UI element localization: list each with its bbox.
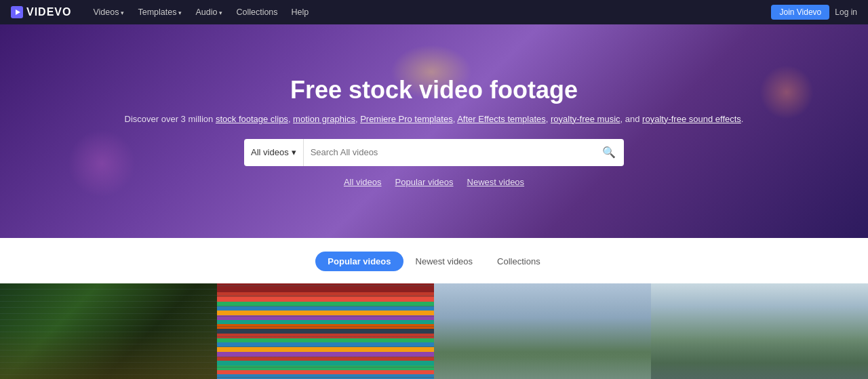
hero-link-stock-footage[interactable]: stock footage clips (216, 114, 288, 124)
video-thumb-3[interactable] (434, 283, 651, 379)
search-icon: 🔍 (602, 146, 616, 159)
thumb-decoration (0, 329, 217, 379)
navbar-actions: Join Videvo Log in (771, 5, 857, 20)
search-button[interactable]: 🔍 (594, 139, 624, 166)
search-category-dropdown[interactable]: All videos ▾ (244, 139, 304, 166)
hero-filter-popular[interactable]: Popular videos (395, 177, 454, 187)
thumb-decoration (434, 357, 651, 379)
hero-filter-newest[interactable]: Newest videos (467, 177, 525, 187)
video-thumb-4[interactable] (651, 283, 868, 379)
thumb-decoration (217, 283, 434, 379)
nav-item-collections[interactable]: Collections (231, 5, 283, 20)
hero-link-sound-effects[interactable]: royalty-free sound effects (642, 114, 741, 124)
hero-link-premiere[interactable]: Premiere Pro templates (360, 114, 453, 124)
chevron-down-icon: ▾ (121, 9, 124, 16)
join-button[interactable]: Join Videvo (771, 5, 829, 20)
chevron-down-icon: ▾ (292, 147, 296, 157)
tab-collections[interactable]: Collections (485, 252, 553, 271)
nav-item-audio[interactable]: Audio ▾ (190, 5, 228, 20)
logo-icon (11, 6, 23, 18)
nav-item-templates[interactable]: Templates ▾ (132, 5, 187, 20)
hero-link-music[interactable]: royalty-free music (551, 114, 620, 124)
hero-decoration-3 (68, 129, 136, 197)
hero-decoration-2 (760, 65, 814, 119)
search-input[interactable] (304, 147, 594, 157)
search-category-label: All videos (251, 147, 289, 157)
brand-logo[interactable]: VIDEVO (11, 6, 71, 18)
video-thumb-2[interactable] (217, 283, 434, 379)
content-section: Popular videos Newest videos Collections (0, 238, 868, 379)
thumb-decoration (651, 335, 868, 379)
content-tab-bar: Popular videos Newest videos Collections (0, 252, 868, 271)
hero-link-after-effects[interactable]: After Effects templates (457, 114, 546, 124)
hero-subtitle-and: and (625, 114, 642, 124)
hero-filter-links: All videos Popular videos Newest videos (344, 177, 524, 187)
hero-subtitle: Discover over 3 million stock footage cl… (125, 114, 744, 124)
video-thumb-1[interactable] (0, 283, 217, 379)
hero-link-motion-graphics[interactable]: motion graphics (293, 114, 355, 124)
tab-newest-videos[interactable]: Newest videos (403, 252, 486, 271)
login-button[interactable]: Log in (835, 7, 857, 17)
search-bar: All videos ▾ 🔍 (244, 139, 624, 166)
chevron-down-icon: ▾ (178, 9, 182, 16)
hero-section: Free stock video footage Discover over 3… (0, 24, 868, 238)
hero-filter-all[interactable]: All videos (344, 177, 382, 187)
nav-item-videos[interactable]: Videos ▾ (87, 5, 130, 20)
video-grid (0, 283, 868, 379)
nav-links: Videos ▾ Templates ▾ Audio ▾ Collections… (87, 5, 771, 20)
brand-name: VIDEVO (26, 6, 71, 18)
hero-subtitle-main: Discover over 3 million (125, 114, 214, 124)
navbar: VIDEVO Videos ▾ Templates ▾ Audio ▾ Coll… (0, 0, 868, 24)
hero-title: Free stock video footage (290, 76, 578, 104)
chevron-down-icon: ▾ (219, 9, 222, 16)
tab-popular-videos[interactable]: Popular videos (315, 252, 403, 271)
nav-item-help[interactable]: Help (286, 5, 315, 20)
